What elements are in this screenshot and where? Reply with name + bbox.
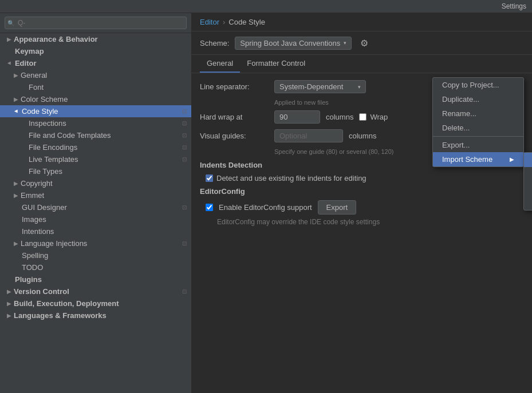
tab-formatter-control[interactable]: Formatter Control: [240, 55, 312, 73]
arrow-icon: ▶: [14, 96, 18, 102]
sidebar-item-label: Color Scheme: [21, 95, 68, 104]
sidebar-item-label: Copyright: [21, 179, 53, 188]
sidebar-item-label: GUI Designer: [14, 203, 67, 212]
export-button[interactable]: Export: [318, 200, 357, 215]
sidebar-item-copyright[interactable]: ▶ Copyright: [0, 177, 191, 189]
sidebar-item-images[interactable]: Images: [0, 213, 191, 225]
sidebar-item-intentions[interactable]: Intentions: [0, 225, 191, 237]
sidebar-item-languages[interactable]: ▶ Languages & Frameworks: [0, 309, 191, 321]
sidebar-item-file-templates[interactable]: File and Code Templates ⊡: [0, 129, 191, 141]
sidebar-item-code-style[interactable]: ▼ Code Style ⊡: [0, 105, 191, 117]
menu-item-delete[interactable]: Delete...: [433, 121, 523, 135]
sidebar-item-font[interactable]: Font: [0, 81, 191, 93]
sidebar: ▶ Appearance & Behavior Keymap ▼ Editor …: [0, 13, 192, 393]
arrow-icon: ▶: [7, 312, 11, 319]
menu-label: Copy to Project...: [442, 81, 499, 89]
sidebar-item-todo[interactable]: TODO: [0, 261, 191, 273]
menu-item-copy-to-project[interactable]: Copy to Project...: [433, 78, 523, 92]
submenu-item-jscs[interactable]: JSCS config file: [524, 196, 532, 210]
sidebar-item-color-scheme[interactable]: ▶ Color Scheme: [0, 93, 191, 105]
sidebar-item-label: Editor: [15, 59, 37, 68]
sidebar-item-build[interactable]: ▶ Build, Execution, Deployment: [0, 297, 191, 309]
sidebar-item-general[interactable]: ▶ General: [0, 69, 191, 81]
sidebar-item-label: Languages & Frameworks: [14, 311, 107, 320]
arrow-icon: ▶: [14, 192, 18, 199]
sidebar-item-label: TODO: [14, 263, 43, 272]
editor-config-checkbox[interactable]: [206, 204, 213, 211]
menu-item-rename[interactable]: Rename...: [433, 106, 523, 121]
visual-guides-input[interactable]: [274, 129, 343, 142]
sync-icon: ⊡: [182, 204, 187, 211]
indents-detection-row: Detect and use existing file indents for…: [206, 174, 524, 182]
sidebar-item-version-control[interactable]: ▶ Version Control ⊡: [0, 285, 191, 297]
sidebar-item-editor[interactable]: ▼ Editor: [0, 57, 191, 69]
sidebar-item-plugins[interactable]: Plugins: [0, 273, 191, 285]
menu-item-duplicate[interactable]: Duplicate...: [433, 92, 523, 106]
sidebar-item-label: Plugins: [7, 275, 42, 284]
arrow-icon: ▶: [14, 240, 18, 247]
sidebar-list: ▶ Appearance & Behavior Keymap ▼ Editor …: [0, 33, 191, 393]
sync-icon: ⊡: [182, 108, 187, 114]
menu-item-import-scheme[interactable]: Import Scheme ▶ IntelliJ IDEA code style…: [433, 152, 523, 166]
sidebar-item-file-types[interactable]: File Types: [0, 165, 191, 177]
submenu-item-checkstyle[interactable]: CheckStyle Configuration: [524, 167, 532, 181]
menu-label: Export...: [442, 141, 470, 149]
sync-icon: ⊡: [182, 120, 187, 126]
hard-wrap-input[interactable]: [274, 110, 320, 124]
sidebar-item-label: File Encodings: [21, 143, 77, 152]
chevron-down-icon: ▾: [358, 84, 361, 90]
line-separator-dropdown[interactable]: System-Dependent ▾: [274, 80, 366, 93]
sidebar-item-label: Spelling: [14, 251, 48, 260]
sidebar-item-appearance[interactable]: ▶ Appearance & Behavior: [0, 33, 191, 45]
sidebar-item-language-injections[interactable]: ▶ Language Injections ⊡: [0, 237, 191, 249]
menu-label: Rename...: [442, 109, 476, 118]
visual-guides-label: Visual guides:: [200, 132, 269, 140]
title-bar: Settings: [0, 0, 532, 13]
sidebar-item-live-templates[interactable]: Live Templates ⊡: [0, 153, 191, 165]
sidebar-item-label: Emmet: [21, 191, 44, 200]
wrap-checkbox[interactable]: [359, 113, 367, 121]
breadcrumb-sep: ›: [223, 18, 225, 26]
sidebar-item-inspections[interactable]: Inspections ⊡: [0, 117, 191, 129]
sidebar-item-keymap[interactable]: Keymap: [0, 45, 191, 57]
editor-config-label-text: Enable EditorConfig support: [219, 203, 312, 212]
menu-item-export[interactable]: Export...: [433, 138, 523, 152]
line-separator-label: Line separator:: [200, 82, 269, 91]
search-input[interactable]: [5, 17, 187, 29]
menu-label: Duplicate...: [442, 95, 479, 104]
wrap-label: Wrap: [370, 113, 388, 121]
editor-config-section: EditorConfig Enable EditorConfig support…: [200, 187, 524, 226]
scheme-dropdown[interactable]: Spring Boot Java Conventions ▾: [235, 37, 352, 50]
columns-label-2: columns: [349, 132, 376, 140]
search-bar: [0, 13, 191, 33]
sidebar-item-label: Language Injections: [21, 239, 87, 248]
tab-formatter-label: Formatter Control: [247, 59, 305, 68]
columns-label: columns: [326, 113, 353, 121]
breadcrumb-editor: Editor: [200, 18, 219, 26]
sidebar-item-label: Code Style: [22, 107, 58, 116]
sidebar-item-file-encodings[interactable]: File Encodings ⊡: [0, 141, 191, 153]
import-submenu: IntelliJ IDEA code style XML CheckStyle …: [523, 152, 532, 211]
editor-config-header: EditorConfig: [200, 187, 524, 196]
sidebar-item-gui-designer[interactable]: GUI Designer ⊡: [0, 201, 191, 213]
arrow-icon: ▼: [13, 109, 19, 114]
breadcrumb-code-style: Code Style: [228, 18, 265, 26]
gear-dropdown-menu: Copy to Project... Duplicate... Rename..…: [432, 77, 524, 167]
indents-checkbox[interactable]: [206, 174, 213, 182]
wrap-row: Wrap: [359, 113, 388, 121]
content-pane: Editor › Code Style Scheme: Spring Boot …: [192, 13, 532, 393]
submenu-item-intellij[interactable]: IntelliJ IDEA code style XML: [524, 153, 532, 167]
sidebar-item-emmet[interactable]: ▶ Emmet: [0, 189, 191, 201]
sidebar-item-label: Images: [14, 215, 46, 224]
arrow-icon: ▶: [14, 180, 18, 186]
line-separator-value: System-Dependent: [279, 82, 343, 91]
submenu-item-eclipse[interactable]: Eclipse XML Profile: [524, 181, 532, 196]
gear-button[interactable]: ⚙: [357, 36, 371, 50]
tab-general-label: General: [207, 59, 233, 68]
tab-general[interactable]: General: [200, 55, 240, 73]
indents-label: Detect and use existing file indents for…: [216, 174, 367, 182]
scheme-label: Scheme:: [200, 39, 229, 47]
sidebar-item-spelling[interactable]: Spelling: [0, 249, 191, 261]
hard-wrap-label: Hard wrap at: [200, 113, 269, 121]
sidebar-item-label: General: [21, 71, 47, 80]
